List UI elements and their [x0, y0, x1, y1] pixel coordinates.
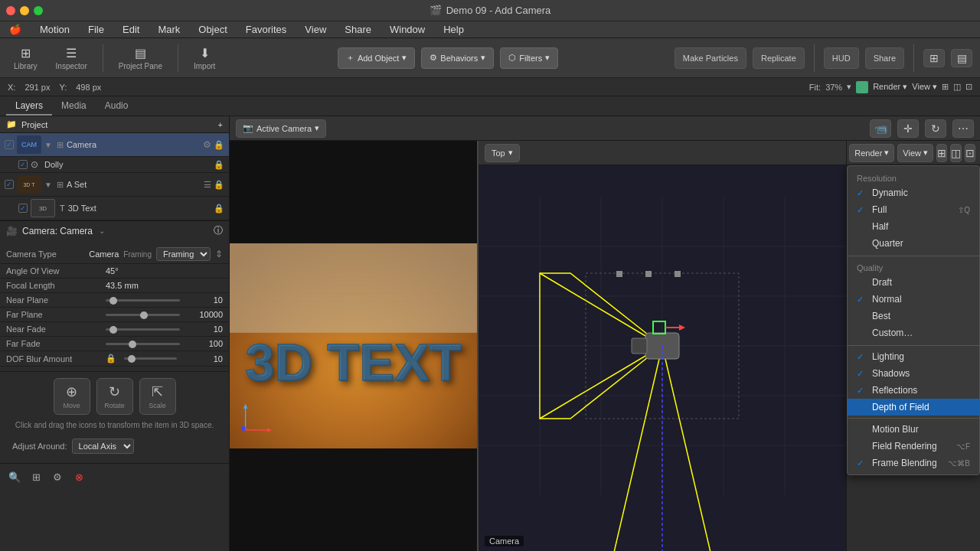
- color-picker[interactable]: [856, 81, 868, 93]
- menu-window[interactable]: Window: [387, 24, 428, 35]
- view-grid-btn[interactable]: ⊞: [942, 82, 949, 92]
- option-field-rendering[interactable]: Field Rendering ⌥F: [848, 438, 979, 455]
- quality-draft[interactable]: Draft: [848, 274, 979, 291]
- render-button[interactable]: Render ▾: [873, 82, 907, 92]
- make-particles-button[interactable]: Make Particles: [675, 47, 746, 69]
- layout-expand-btn[interactable]: ⊡: [965, 144, 975, 162]
- settings-icon[interactable]: ⚙: [49, 468, 66, 485]
- active-camera-button[interactable]: 📷 Active Camera ▾: [236, 119, 326, 138]
- option-motion-blur[interactable]: Motion Blur: [848, 421, 979, 438]
- quality-normal[interactable]: Normal: [848, 291, 979, 308]
- top-view-button[interactable]: Top ▾: [485, 144, 520, 162]
- close-button[interactable]: [6, 6, 15, 15]
- menu-share[interactable]: Share: [341, 24, 374, 35]
- option-frame-blending[interactable]: Frame Blending ⌥⌘B: [848, 455, 979, 471]
- framing-stepper[interactable]: ⇕: [215, 249, 223, 259]
- menu-apple[interactable]: 🍎: [6, 24, 24, 35]
- menu-favorites[interactable]: Favorites: [243, 24, 289, 35]
- view-dropdown-btn[interactable]: View ▾: [897, 144, 933, 162]
- traffic-lights[interactable]: [6, 6, 43, 15]
- layer-item-3dtext[interactable]: 3D T 3D Text 🔒: [0, 197, 229, 220]
- scale-button[interactable]: ⇱ Scale: [139, 378, 176, 415]
- framing-select[interactable]: Framing: [156, 247, 211, 261]
- share-button[interactable]: Share: [865, 47, 904, 69]
- far-plane-slider-area[interactable]: [106, 314, 180, 316]
- adjust-select[interactable]: Local Axis: [72, 439, 134, 454]
- viewport-more-mode[interactable]: ⋯: [952, 119, 974, 138]
- fit-chevron[interactable]: ▾: [847, 82, 851, 92]
- menu-mark[interactable]: Mark: [155, 24, 183, 35]
- dolly-lock-icon[interactable]: 🔒: [214, 160, 224, 170]
- tab-audio[interactable]: Audio: [96, 97, 138, 116]
- option-lighting[interactable]: Lighting: [848, 348, 979, 365]
- quality-best[interactable]: Best: [848, 308, 979, 324]
- near-plane-slider-area[interactable]: [106, 299, 180, 302]
- behaviors-button[interactable]: ⚙ Behaviors ▾: [421, 47, 494, 69]
- layout-button[interactable]: ▤: [951, 49, 972, 67]
- inspector-button[interactable]: ☰ Inspector: [50, 42, 93, 73]
- menu-edit[interactable]: Edit: [119, 24, 142, 35]
- layer-check-aset[interactable]: [5, 180, 14, 189]
- 3dtext-lock-icon[interactable]: 🔒: [214, 204, 224, 214]
- layer-item-dolly[interactable]: ⊙ Dolly 🔒: [0, 157, 229, 173]
- quality-custom[interactable]: Custom…: [848, 324, 979, 341]
- option-reflections[interactable]: Reflections: [848, 382, 979, 399]
- move-button[interactable]: ⊕ Move: [54, 378, 90, 415]
- layers-add-icon[interactable]: +: [218, 120, 223, 129]
- layer-check-3dtext[interactable]: [18, 204, 28, 213]
- viewport-transform-mode[interactable]: ✛: [897, 119, 919, 138]
- tab-layers[interactable]: Layers: [6, 97, 52, 116]
- resolution-quarter[interactable]: Quarter: [848, 235, 979, 252]
- option-shadows[interactable]: Shadows: [848, 365, 979, 382]
- search-icon[interactable]: 🔍: [6, 468, 23, 485]
- camera-info-btn[interactable]: ⓘ: [214, 224, 223, 237]
- option-dof[interactable]: Depth of Field: [848, 399, 979, 416]
- render-dropdown-btn[interactable]: Render ▾: [849, 144, 894, 162]
- view-button[interactable]: View ▾: [912, 82, 937, 92]
- near-fade-slider-area[interactable]: [106, 328, 180, 331]
- aset-lock-icon[interactable]: 🔒: [214, 180, 224, 190]
- filter-icon[interactable]: ⊗: [70, 468, 87, 485]
- tab-media[interactable]: Media: [52, 97, 96, 116]
- menu-help[interactable]: Help: [440, 24, 467, 35]
- layer-item-camera[interactable]: CAM ▼ ⊞ Camera ⚙ 🔒: [0, 133, 229, 157]
- dof-slider-area[interactable]: [124, 357, 177, 360]
- project-pane-button[interactable]: ▤ Project Pane: [113, 42, 168, 73]
- grid-view-button[interactable]: ⊞: [923, 49, 945, 67]
- minimize-button[interactable]: [20, 6, 29, 15]
- menu-file[interactable]: File: [85, 24, 107, 35]
- far-fade-slider-area[interactable]: [106, 343, 180, 345]
- filters-button[interactable]: ⬡ Filters ▾: [500, 47, 558, 69]
- viewport-camera-mode[interactable]: 📹: [870, 119, 891, 138]
- library-button[interactable]: ⊞ Library: [8, 42, 44, 73]
- layer-item-aset[interactable]: 3D T ▼ ⊞ A Set ☰ 🔒: [0, 173, 229, 197]
- resolution-full[interactable]: Full ⇧Q: [848, 201, 979, 218]
- camera-title-arrow[interactable]: ⌄: [99, 227, 105, 235]
- add-object-button[interactable]: ＋ Add Object ▾: [338, 47, 415, 69]
- fullscreen-button[interactable]: [34, 6, 43, 15]
- layer-check-dolly[interactable]: [18, 160, 28, 169]
- camera-lock-icon[interactable]: 🔒: [214, 140, 224, 150]
- menu-motion[interactable]: Motion: [37, 24, 73, 35]
- aset-list-icon[interactable]: ☰: [204, 180, 211, 190]
- rotate-button[interactable]: ↻ Rotate: [96, 378, 133, 415]
- layer-check-camera[interactable]: [5, 140, 14, 149]
- menu-view[interactable]: View: [302, 24, 329, 35]
- import-button[interactable]: ⬇ Import: [188, 42, 221, 73]
- viewport-main[interactable]: 3D TEXT 3D TEXT: [230, 141, 479, 551]
- replicate-button[interactable]: Replicate: [753, 47, 805, 69]
- layout-grid-btn[interactable]: ⊞: [936, 144, 947, 162]
- view-layout-btn[interactable]: ◫: [953, 82, 961, 92]
- view-expand-btn[interactable]: ⊡: [965, 82, 972, 92]
- menu-object[interactable]: Object: [195, 24, 230, 35]
- hud-button[interactable]: HUD: [824, 47, 859, 69]
- camera-settings-icon[interactable]: ⚙: [203, 139, 211, 150]
- aset-expand-arrow[interactable]: ▼: [44, 181, 52, 189]
- resolution-dynamic[interactable]: Dynamic: [848, 184, 979, 201]
- camera-expand-arrow[interactable]: ▼: [44, 141, 52, 149]
- add-icon[interactable]: ⊞: [28, 468, 44, 485]
- resolution-half[interactable]: Half: [848, 218, 979, 235]
- viewport-rotate-mode[interactable]: ↻: [925, 119, 946, 138]
- layout-split-btn[interactable]: ◫: [950, 144, 962, 162]
- viewport-3d[interactable]: Top ▾: [479, 141, 846, 551]
